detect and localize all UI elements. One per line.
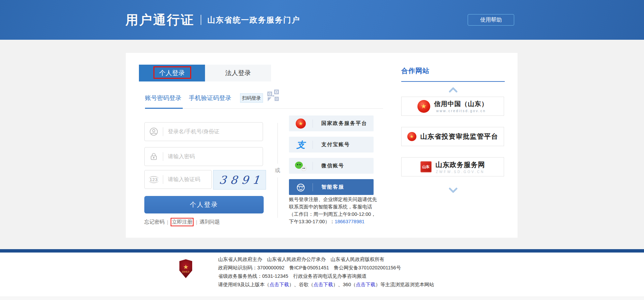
service-label: 微信账号 xyxy=(313,163,344,169)
tab-personal-login-label: 个人登录 xyxy=(159,69,185,76)
forgot-password-link[interactable]: 忘记密码 xyxy=(144,219,165,225)
service-label: 支付宝账号 xyxy=(313,141,350,148)
bottom-strip xyxy=(0,297,644,300)
footer-line-1: 山东省人民政府主办 山东省人民政府办公厅承办 山东省人民政府版权所有 xyxy=(218,257,434,262)
login-links: 忘记密码 | 立即注册 | 遇到问题 xyxy=(144,218,220,226)
service-alipay[interactable]: 支 支付宝账号 xyxy=(289,137,374,153)
page: 用户通行证 山东省统一政务服务门户 使用帮助 个人登录 法人登录 账号密码登录 … xyxy=(0,0,644,300)
partner-sites-title: 合作网站 xyxy=(401,66,505,75)
footer-accent-bar xyxy=(0,249,644,253)
footer-text: 山东省人民政府主办 山东省人民政府办公厅承办 山东省人民政府版权所有 政府网站识… xyxy=(218,257,434,290)
username-field-wrap xyxy=(144,122,263,141)
badge-text: 党政机关 xyxy=(182,270,189,273)
service-national-platform[interactable]: ★ 国家政务服务平台 xyxy=(289,115,374,131)
third-party-services: ★ 国家政务服务平台 支 支付宝账号 微信账号 xyxy=(289,115,374,200)
or-label: 或 xyxy=(275,167,280,174)
partner-card-sd-gov-service[interactable]: 山东 山东政务服务网 ZWFW.SD.GOV.CN xyxy=(401,157,504,176)
service-phone-link[interactable]: 18663778981 xyxy=(334,219,364,224)
password-field-wrap xyxy=(144,147,263,166)
login-tabs: 个人登录 法人登录 xyxy=(139,65,271,81)
download-link-chrome[interactable]: 点击下载 xyxy=(314,282,333,287)
page-subtitle: 山东省统一政务服务门户 xyxy=(207,15,300,25)
register-now-link[interactable]: 立即注册 xyxy=(171,218,194,226)
credit-china-emblem-icon: ★ xyxy=(417,100,430,113)
captcha-digits: 3891 xyxy=(215,173,264,187)
footer-line4-text: ）、360（ xyxy=(333,282,356,287)
smart-service-icon xyxy=(289,182,313,192)
partner-title-underline xyxy=(401,81,505,82)
qr-code-icon[interactable] xyxy=(267,89,280,104)
user-icon xyxy=(145,127,163,136)
chevron-up-icon[interactable] xyxy=(401,87,505,93)
method-password-login[interactable]: 账号密码登录 xyxy=(145,94,181,102)
link-separator: | xyxy=(196,219,197,225)
tab-legal-login[interactable]: 法人登录 xyxy=(205,65,271,81)
page-title: 用户通行证 xyxy=(125,11,195,29)
trouble-link[interactable]: 遇到问题 xyxy=(200,219,220,225)
captcha-field-wrap: 123 xyxy=(144,170,212,189)
or-divider: 或 xyxy=(273,123,282,218)
service-wechat[interactable]: 微信账号 xyxy=(289,158,374,174)
method-sms-login[interactable]: 手机验证码登录 xyxy=(189,94,231,102)
divider-line-top xyxy=(277,123,278,164)
partner-url: ZWFW.SD.GOV.CN xyxy=(436,170,485,174)
partner-name: 山东省投资审批监管平台 xyxy=(420,132,498,141)
sd-gov-seal-icon: 山东 xyxy=(420,161,432,172)
username-input[interactable] xyxy=(163,128,263,135)
captcha-input[interactable] xyxy=(163,176,211,183)
password-input[interactable] xyxy=(163,153,263,160)
footer: ★ 党政机关 山东省人民政府主办 山东省人民政府办公厅承办 山东省人民政府版权所… xyxy=(0,253,644,300)
investment-platform-emblem-icon: ★ xyxy=(407,132,416,141)
partner-card-credit-china[interactable]: ★ 信用中国（山东） www.creditsd.gov.cn xyxy=(401,97,504,116)
tab-personal-login[interactable]: 个人登录 xyxy=(139,65,205,81)
footer-line-4: 请使用IE9及以上版本（点击下载）、谷歌（点击下载）、360（点击下载）等主流浏… xyxy=(218,282,434,288)
customer-service-notice: 账号登录注册、企业绑定相关问题请优先联系页面中的智能客服系统，客服电话（工作日：… xyxy=(289,196,377,225)
national-emblem-icon: ★ xyxy=(289,119,313,129)
tab-legal-login-label: 法人登录 xyxy=(225,69,251,76)
partner-url: www.creditsd.gov.cn xyxy=(436,109,486,113)
chevron-down-icon[interactable] xyxy=(401,188,505,193)
personal-login-button[interactable]: 个人登录 xyxy=(144,196,264,213)
login-panel: 个人登录 法人登录 账号密码登录 手机验证码登录 扫码登录 xyxy=(126,53,518,238)
header: 用户通行证 山东省统一政务服务门户 使用帮助 xyxy=(0,0,644,40)
partner-sites: 合作网站 ★ 信用中国（山东） www.creditsd.gov.cn ★ 山东… xyxy=(401,66,505,193)
footer-line4-text: 请使用IE9及以上版本（ xyxy=(218,282,269,287)
download-link-ie[interactable]: 点击下载 xyxy=(269,282,289,287)
service-smart-customer-service[interactable]: 智能客服 xyxy=(289,179,374,195)
link-separator: | xyxy=(167,219,168,225)
captcha-image[interactable]: 3891 xyxy=(213,170,266,190)
footer-line-2: 政府网站识别码：3700000092 鲁ICP备05051451 鲁公网安备37… xyxy=(218,265,434,271)
service-label: 国家政务服务平台 xyxy=(313,120,367,127)
footer-line4-text: ）、谷歌（ xyxy=(289,282,314,287)
lock-icon xyxy=(145,152,163,161)
scan-login-button[interactable]: 扫码登录 xyxy=(240,93,263,103)
party-gov-badge-icon: ★ 党政机关 xyxy=(179,259,192,278)
login-method-row: 账号密码登录 手机验证码登录 扫码登录 xyxy=(145,92,280,104)
service-label: 智能客服 xyxy=(313,184,344,190)
partner-card-investment-platform[interactable]: ★ 山东省投资审批监管平台 xyxy=(401,127,504,146)
footer-line-3: 省级政务服务热线：0531-12345 行政业务咨询电话见办事咨询频道 xyxy=(218,273,434,279)
download-link-360[interactable]: 点击下载 xyxy=(356,282,375,287)
captcha-123-icon: 123 xyxy=(145,176,163,183)
help-button[interactable]: 使用帮助 xyxy=(468,14,514,26)
badge-star: ★ xyxy=(183,264,188,270)
partner-name: 信用中国（山东） xyxy=(434,100,488,108)
partner-name: 山东政务服务网 xyxy=(436,160,485,169)
alipay-icon: 支 xyxy=(289,140,313,149)
brand-divider xyxy=(201,15,201,25)
footer-line4-text: ）等主流浏览器浏览本网站 xyxy=(375,282,434,287)
divider-line-bottom xyxy=(277,177,278,218)
captcha-123-glyph: 123 xyxy=(149,176,159,183)
active-method-underline xyxy=(145,108,183,109)
wechat-icon xyxy=(289,161,313,171)
brand: 用户通行证 山东省统一政务服务门户 xyxy=(125,0,300,40)
